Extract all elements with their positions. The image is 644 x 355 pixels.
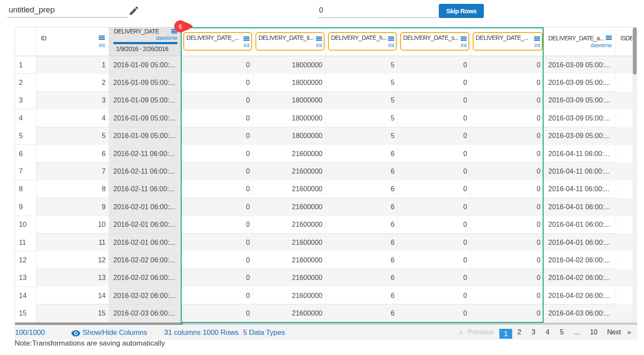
svg-text:6: 6 (179, 23, 182, 30)
